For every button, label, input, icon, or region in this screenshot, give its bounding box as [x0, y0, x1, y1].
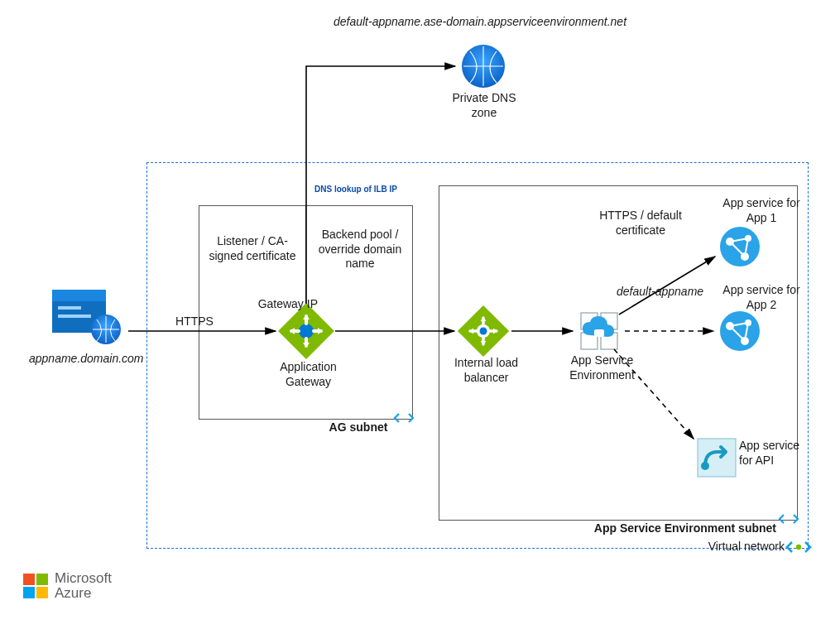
private-dns-label: Private DNS zone: [447, 91, 521, 120]
brand-line-2: Azure: [55, 586, 112, 601]
svg-point-4: [91, 314, 121, 344]
svg-rect-2: [58, 306, 81, 310]
svg-rect-1: [52, 290, 106, 301]
app2-label: App service for App 2: [720, 283, 803, 312]
svg-rect-0: [52, 290, 106, 333]
app1-label: App service for App 1: [720, 196, 803, 225]
microsoft-azure-logo: Microsoft Azure: [23, 571, 112, 601]
svg-point-5: [462, 45, 505, 88]
dns-lookup-label: DNS lookup of ILB IP: [314, 185, 414, 195]
top-domain-label: default-appname.ase-domain.appserviceenv…: [298, 15, 662, 30]
architecture-diagram: default-appname.ase-domain.appserviceenv…: [0, 0, 840, 629]
https-cert-label: HTTPS / default certificate: [591, 209, 690, 238]
backend-pool-label: Backend pool / override domain name: [314, 228, 406, 271]
gateway-ip-label: Gateway IP: [252, 297, 318, 312]
microsoft-logo-icon: [23, 574, 48, 598]
brand-line-1: Microsoft: [55, 571, 112, 586]
default-appname-label: default-appname: [617, 285, 724, 300]
application-gateway-label: Application Gateway: [269, 360, 348, 389]
ase-label: App Service Environment: [563, 353, 641, 382]
vnet-label: Virtual network: [694, 540, 785, 555]
svg-rect-3: [58, 314, 91, 318]
ag-subnet-label: AG subnet: [321, 420, 396, 435]
https-label: HTTPS: [170, 314, 219, 329]
api-label: App service for API: [739, 439, 814, 468]
ase-subnet-label: App Service Environment subnet: [578, 521, 776, 536]
private-dns-icon: [462, 45, 505, 88]
client-browser-icon: [52, 290, 121, 344]
ilb-label: Internal load balancer: [447, 356, 526, 385]
external-domain-label: appname.domain.com: [29, 352, 161, 367]
listener-label: Listener / CA-signed certificate: [207, 234, 298, 263]
